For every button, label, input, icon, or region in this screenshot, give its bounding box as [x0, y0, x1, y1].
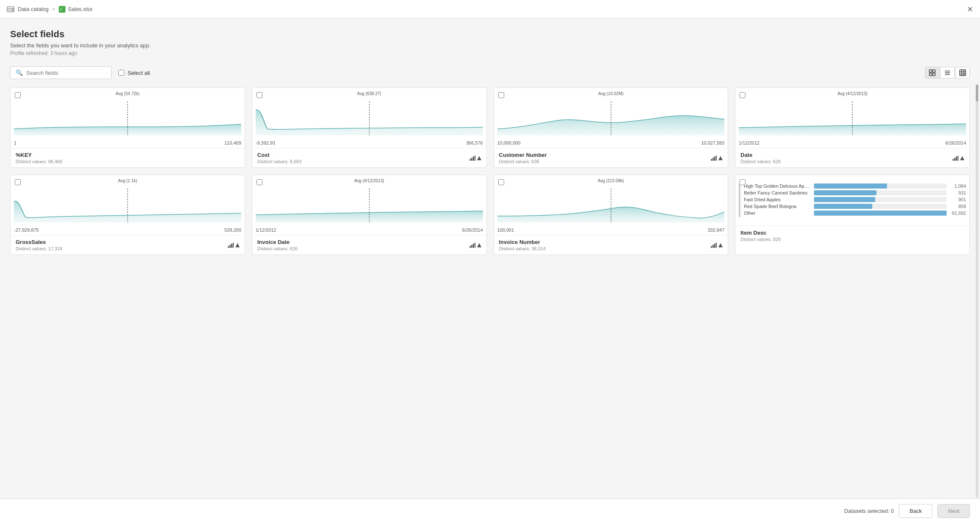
field-card-gross_sales: Avg (1.1k) -27,929.875 539,200 — [10, 175, 245, 255]
chart-type-toggle-invoice_date[interactable] — [470, 243, 481, 248]
search-box[interactable]: 🔍 — [10, 66, 112, 79]
card-footer-invoice_date: Invoice Date Distinct values: 626 — [252, 235, 486, 255]
main-content: Select fields Select the fields you want… — [0, 19, 980, 289]
chart-avg-label-pct_key: Avg (54.72k) — [116, 91, 140, 96]
bar-item: Other 92,692 — [744, 211, 966, 216]
field-card-item_desc: High Top Golden Delcious Apples 1,084 Be… — [735, 175, 970, 255]
chart-type-toggle-cost[interactable] — [470, 156, 481, 161]
range-max-gross_sales: 539,200 — [224, 227, 241, 233]
select-all-checkbox[interactable] — [118, 70, 124, 76]
select-all-label: Select all — [128, 70, 150, 76]
filename-label: Sales.xlsx — [68, 6, 93, 12]
card-name-customer_number: Customer Number — [499, 152, 547, 158]
chart-avg-label-date: Avg (4/12/2013) — [838, 91, 868, 96]
card-range-cost: -9,392.93 366,576 — [252, 139, 486, 148]
card-checkbox-invoice_date[interactable] — [257, 179, 262, 185]
svg-marker-54 — [718, 243, 723, 247]
svg-rect-45 — [471, 245, 472, 248]
chart-svg-pct_key — [14, 101, 241, 135]
bar-fill — [814, 183, 887, 189]
svg-marker-36 — [960, 156, 964, 160]
search-icon: 🔍 — [16, 69, 23, 76]
bar-items-container: High Top Golden Delcious Apples 1,084 Be… — [744, 183, 966, 217]
profile-refresh: Profile refreshed: 3 hours ago — [10, 50, 970, 56]
svg-marker-42 — [235, 243, 240, 247]
svg-rect-20 — [470, 159, 471, 161]
card-name-invoice_number: Invoice Number — [499, 239, 546, 245]
cards-grid: Avg (54.72k) 1 110,409 — [10, 88, 970, 255]
field-card-invoice_number: Avg (213.09k) 100,001 332,847 — [494, 175, 729, 255]
card-checkbox-customer_number[interactable] — [498, 92, 504, 98]
svg-rect-50 — [711, 246, 712, 248]
chart-svg-customer_number — [497, 101, 725, 135]
scrollbar[interactable] — [976, 85, 978, 289]
bar-item: Red Spade Beef Bologna 858 — [744, 204, 966, 209]
breadcrumb-separator: > — [52, 6, 55, 12]
card-checkbox-gross_sales[interactable] — [15, 179, 21, 185]
card-distinct-customer_number: Distinct values: 636 — [499, 159, 547, 164]
close-button[interactable]: ✕ — [967, 5, 973, 14]
breadcrumb-catalog[interactable]: Data catalog — [18, 6, 49, 12]
svg-rect-44 — [470, 246, 471, 248]
chart-svg-date — [739, 101, 966, 135]
list-view-button[interactable] — [940, 67, 955, 79]
card-distinct-gross_sales: Distinct values: 17,324 — [16, 246, 63, 251]
bar-track — [814, 197, 947, 202]
chart-type-toggle-invoice_number[interactable] — [711, 243, 723, 248]
svg-rect-26 — [711, 159, 712, 161]
chart-type-toggle-date[interactable] — [953, 156, 964, 161]
chart-type-toggle-customer_number[interactable] — [711, 156, 723, 161]
chart-avg-label-cost: Avg (638.27) — [357, 91, 381, 96]
bar-track — [814, 183, 947, 189]
card-footer-cost: Cost Distinct values: 8,693 — [252, 148, 486, 167]
card-distinct-cost: Distinct values: 8,693 — [257, 159, 302, 164]
bar-label: Red Spade Beef Bologna — [744, 204, 811, 209]
svg-rect-29 — [716, 156, 717, 161]
svg-marker-30 — [718, 156, 723, 160]
catalog-icon — [7, 6, 14, 12]
bar-track — [814, 211, 947, 216]
bar-count: 901 — [949, 197, 966, 202]
chart-type-toggle-gross_sales[interactable] — [228, 243, 240, 248]
card-checkbox-pct_key[interactable] — [15, 92, 21, 98]
scrollbar-thumb[interactable] — [976, 85, 978, 101]
card-range-invoice_number: 100,001 332,847 — [494, 226, 728, 235]
card-distinct-date: Distinct values: 626 — [740, 159, 781, 164]
card-checkbox-item_desc[interactable] — [740, 179, 745, 185]
card-checkbox-cost[interactable] — [257, 92, 262, 98]
card-footer-invoice_number: Invoice Number Distinct values: 38,314 — [494, 235, 728, 255]
card-footer-item_desc: Item Desc Distinct values: 825 — [735, 226, 969, 245]
grid-view-button[interactable] — [925, 67, 939, 79]
svg-rect-34 — [956, 156, 957, 161]
card-name-gross_sales: GrossSales — [16, 239, 63, 245]
top-bar: Data catalog > X Sales.xlsx ✕ — [0, 0, 980, 19]
svg-rect-2 — [8, 9, 12, 10]
bar-fill — [814, 197, 875, 202]
card-range-invoice_date: 1/12/2012 6/26/2014 — [252, 226, 486, 235]
card-name-pct_key: %KEY — [16, 152, 63, 158]
svg-marker-24 — [477, 156, 481, 160]
card-name-date: Date — [740, 152, 781, 158]
card-checkbox-invoice_number[interactable] — [498, 179, 504, 185]
svg-rect-39 — [229, 245, 231, 248]
bar-fill — [814, 211, 947, 216]
card-footer-pct_key: %KEY Distinct values: 96,466 — [11, 148, 245, 167]
bar-label: High Top Golden Delcious Apples — [744, 183, 811, 189]
chart-avg-label-gross_sales: Avg (1.1k) — [118, 178, 137, 183]
table-view-button[interactable] — [955, 67, 970, 79]
range-min-gross_sales: -27,929.875 — [14, 227, 39, 233]
card-name-invoice_date: Invoice Date — [257, 239, 298, 245]
svg-rect-23 — [475, 156, 475, 161]
bar-fill — [814, 190, 876, 195]
range-min-cost: -9,392.93 — [256, 140, 275, 145]
breadcrumb-file[interactable]: X Sales.xlsx — [59, 6, 93, 13]
svg-rect-51 — [712, 245, 714, 248]
card-chart-cost: Avg (638.27) — [252, 88, 486, 139]
search-input[interactable] — [26, 70, 106, 76]
range-max-date: 6/26/2014 — [945, 140, 966, 145]
page-subtitle: Select the fields you want to include in… — [10, 42, 970, 49]
svg-rect-35 — [958, 156, 958, 161]
card-checkbox-date[interactable] — [740, 92, 745, 98]
card-chart-invoice_date: Avg (4/12/2013) — [252, 175, 486, 226]
select-all-control[interactable]: Select all — [118, 70, 150, 76]
